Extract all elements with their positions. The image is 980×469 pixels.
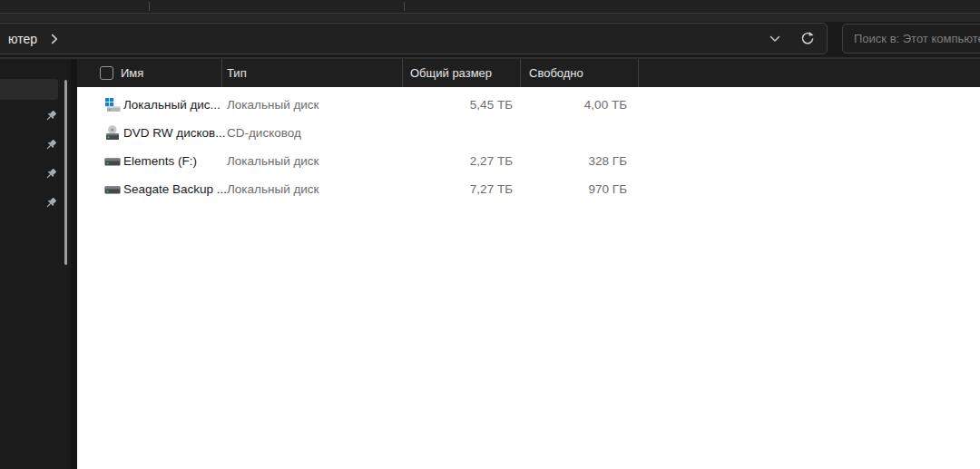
navigation-bar: ютер Поиск в: Этот компьютер — [0, 22, 980, 57]
column-header-free-space[interactable]: Свободно — [529, 59, 583, 87]
breadcrumb-chevron-right-icon — [51, 34, 58, 44]
tab-bar — [0, 0, 980, 14]
drive-name: Elements (F:) — [123, 147, 197, 175]
drive-icon — [104, 125, 121, 142]
column-resize-handle[interactable] — [221, 59, 222, 87]
address-dropdown-button[interactable] — [763, 27, 787, 51]
drive-total-size: 5,45 ТБ — [402, 91, 513, 119]
column-header-name[interactable]: Имя — [121, 59, 143, 87]
drive-row[interactable]: Локальный дис... Локальный диск 5,45 ТБ … — [77, 91, 980, 119]
sidebar-scrollbar[interactable] — [64, 80, 67, 265]
chevron-down-icon — [769, 35, 780, 43]
pin-icon[interactable] — [44, 169, 56, 181]
drive-total-size: 2,27 ТБ — [402, 147, 513, 175]
pinned-items — [44, 111, 56, 210]
drive-icon — [104, 181, 121, 198]
breadcrumb[interactable]: ютер — [8, 32, 37, 46]
drive-type: CD-дисковод — [227, 119, 301, 147]
tab-divider — [404, 2, 405, 11]
drive-icon — [104, 153, 121, 170]
column-resize-handle[interactable] — [638, 59, 639, 87]
column-resize-handle[interactable] — [520, 59, 521, 87]
pin-icon[interactable] — [44, 140, 56, 152]
drive-type: Локальный диск — [227, 147, 319, 175]
sidebar-selected-item[interactable] — [0, 79, 58, 100]
drive-name: DVD RW дисков... — [123, 119, 225, 147]
sidebar-gutter — [71, 59, 77, 469]
column-resize-handle[interactable] — [402, 59, 403, 87]
drive-icon — [104, 97, 121, 113]
column-header-type[interactable]: Тип — [227, 59, 247, 87]
drive-total-size: 7,27 ТБ — [402, 175, 513, 203]
drive-free-space: 970 ГБ — [520, 175, 627, 203]
address-bar[interactable]: ютер — [0, 23, 828, 54]
file-explorer-window: ютер Поиск в: Этот компьютер — [0, 0, 980, 469]
pin-icon[interactable] — [44, 111, 56, 123]
refresh-icon — [799, 31, 816, 47]
list-header: Имя Тип Общий размер Свободно — [77, 59, 980, 87]
drive-type: Локальный диск — [227, 91, 319, 119]
drive-free-space: 4,00 ТБ — [520, 91, 627, 119]
select-all-checkbox[interactable] — [100, 66, 113, 80]
drive-name: Seagate Backup ... — [123, 175, 227, 203]
sidebar — [0, 59, 77, 469]
tab-divider — [149, 2, 150, 11]
toolbar-edge — [0, 14, 980, 22]
drive-name: Локальный дис... — [123, 91, 220, 119]
drive-row[interactable]: DVD RW дисков... CD-дисковод — [77, 119, 980, 147]
drive-type: Локальный диск — [227, 175, 319, 203]
drive-free-space: 328 ГБ — [520, 147, 627, 175]
drive-list: Локальный дис... Локальный диск 5,45 ТБ … — [77, 91, 980, 203]
file-list-panel: Имя Тип Общий размер Свободно — [77, 59, 980, 469]
pin-icon[interactable] — [44, 198, 56, 210]
drive-row[interactable]: Seagate Backup ... Локальный диск 7,27 Т… — [77, 175, 980, 203]
refresh-button[interactable] — [796, 27, 819, 51]
drive-row[interactable]: Elements (F:) Локальный диск 2,27 ТБ 328… — [77, 147, 980, 175]
search-box[interactable]: Поиск в: Этот компьютер — [842, 24, 980, 54]
column-header-total-size[interactable]: Общий размер — [410, 59, 492, 87]
search-placeholder: Поиск в: Этот компьютер — [854, 32, 980, 45]
